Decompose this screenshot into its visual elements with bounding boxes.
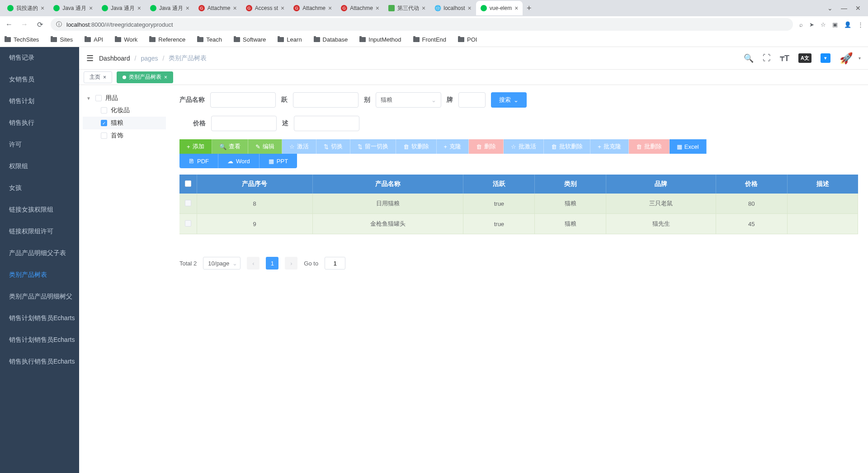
sidebar-item[interactable]: 许可 bbox=[0, 134, 79, 156]
page-1-button[interactable]: 1 bbox=[266, 257, 278, 270]
add-button[interactable]: +添加 bbox=[179, 139, 212, 154]
sidebar-item[interactable]: 权限组 bbox=[0, 156, 79, 177]
rocket-icon[interactable]: 🚀 bbox=[840, 52, 853, 65]
table-row[interactable]: 9金枪鱼猫罐头true猫粮猫先生45 bbox=[179, 214, 858, 234]
tree-checkbox[interactable] bbox=[101, 107, 107, 114]
sidebar-item[interactable]: 销售计划 bbox=[0, 90, 79, 112]
sidebar-item[interactable]: 产品产品明细父子表 bbox=[0, 242, 79, 264]
table-row[interactable]: 8日用猫粮true猫粮三只老鼠80 bbox=[179, 194, 858, 214]
clone-button[interactable]: +克隆 bbox=[437, 139, 469, 154]
bookmark-item[interactable]: Sites bbox=[51, 36, 73, 43]
browser-tab[interactable]: 我投递的× bbox=[3, 1, 49, 15]
key-icon[interactable]: ⌕ bbox=[799, 21, 803, 28]
tree-child[interactable]: ✓猫粮 bbox=[83, 117, 166, 129]
next-page-button[interactable]: › bbox=[285, 257, 297, 270]
browser-tab[interactable]: Java 通月× bbox=[49, 1, 97, 15]
soft-delete-button[interactable]: 🗑软删除 bbox=[396, 139, 437, 154]
close-tab-icon[interactable]: × bbox=[281, 5, 284, 12]
search-button[interactable]: 搜索 ⌄ bbox=[491, 92, 527, 108]
back-button[interactable]: ← bbox=[5, 20, 14, 28]
reload-button[interactable]: ⟳ bbox=[35, 20, 44, 29]
ppt-button[interactable]: ▦PPT bbox=[259, 154, 297, 168]
batch-active-button[interactable]: ☆批激活 bbox=[504, 139, 544, 154]
bookmark-item[interactable]: API bbox=[85, 36, 103, 43]
edit-button[interactable]: ✎编辑 bbox=[248, 139, 282, 154]
close-tab-icon[interactable]: × bbox=[422, 5, 425, 12]
close-tab-icon[interactable]: × bbox=[376, 5, 379, 12]
goto-input[interactable] bbox=[325, 257, 345, 270]
new-tab-button[interactable]: + bbox=[523, 4, 535, 13]
sidebar-item[interactable]: 类别产品产品明细树父 bbox=[0, 286, 79, 307]
bookmark-item[interactable]: Work bbox=[115, 36, 137, 43]
star-icon[interactable]: ☆ bbox=[821, 21, 826, 28]
browser-tab[interactable]: 第三代动× bbox=[384, 1, 430, 15]
active-button[interactable]: ☆激活 bbox=[282, 139, 316, 154]
row-checkbox[interactable] bbox=[185, 200, 191, 206]
close-tab-icon[interactable]: × bbox=[89, 5, 93, 12]
caret-down-icon[interactable]: ▾ bbox=[859, 56, 861, 61]
close-tab-icon[interactable]: × bbox=[514, 5, 518, 12]
pdf-button[interactable]: 🖹PDF bbox=[179, 154, 218, 168]
close-tab-icon[interactable]: × bbox=[468, 5, 472, 12]
sidebar-item[interactable]: 销售记录 bbox=[0, 47, 79, 69]
active-input[interactable] bbox=[293, 92, 359, 108]
browser-tab[interactable]: Java 通月× bbox=[97, 1, 146, 15]
font-size-icon[interactable]: ᴛT bbox=[780, 53, 789, 63]
bookmark-item[interactable]: Learn bbox=[278, 36, 302, 43]
close-tab-icon[interactable]: × bbox=[137, 5, 141, 12]
caret-down-icon[interactable]: ▼ bbox=[86, 96, 92, 101]
close-tab-icon[interactable]: × bbox=[233, 5, 237, 12]
sidebar-item[interactable]: 女孩 bbox=[0, 177, 79, 199]
search-icon[interactable]: 🔍 bbox=[744, 53, 754, 63]
bookmark-item[interactable]: TechSites bbox=[5, 36, 39, 43]
row-checkbox[interactable] bbox=[185, 220, 191, 227]
view-tab-current[interactable]: 类别产品树表 × bbox=[117, 71, 173, 83]
url-input[interactable]: ⓘ localhost:8000/#/treegridcategoryprodu… bbox=[51, 18, 793, 31]
close-window-icon[interactable]: ✕ bbox=[855, 5, 861, 12]
dropdown-badge[interactable]: ▾ bbox=[821, 53, 830, 63]
close-tab-icon[interactable]: × bbox=[164, 74, 167, 80]
category-select[interactable]: 猫粮 ⌄ bbox=[376, 92, 441, 108]
sidebar-item[interactable]: 链接权限组许可 bbox=[0, 221, 79, 242]
tree-root-checkbox[interactable] bbox=[95, 95, 102, 101]
send-icon[interactable]: ➤ bbox=[809, 21, 814, 28]
panel-icon[interactable]: ▣ bbox=[832, 21, 838, 28]
delete-button[interactable]: 🗑删除 bbox=[469, 139, 504, 154]
lang-switch[interactable]: A文 bbox=[798, 53, 811, 63]
tree-child[interactable]: 化妆品 bbox=[83, 106, 166, 114]
word-button[interactable]: ☁Word bbox=[218, 154, 259, 168]
sidebar-item[interactable]: 销售计划销售员Echarts bbox=[0, 307, 79, 329]
toggle-button[interactable]: ⇅切换 bbox=[316, 139, 350, 154]
bookmark-item[interactable]: POI bbox=[458, 36, 477, 43]
close-tab-icon[interactable]: × bbox=[328, 5, 332, 12]
excel-button[interactable]: ▦Excel bbox=[670, 139, 707, 154]
sidebar-item[interactable]: 销售执行 bbox=[0, 112, 79, 134]
batch-delete-button[interactable]: 🗑批删除 bbox=[629, 139, 670, 154]
close-tab-icon[interactable]: × bbox=[41, 5, 44, 12]
bookmark-item[interactable]: Database bbox=[314, 36, 348, 43]
sidebar-item[interactable]: 链接女孩权限组 bbox=[0, 199, 79, 221]
browser-tab[interactable]: GAttachme× bbox=[289, 1, 336, 15]
tree-checkbox[interactable]: ✓ bbox=[101, 120, 107, 126]
minimize-icon[interactable]: — bbox=[841, 5, 847, 12]
browser-tab[interactable]: GAttachme× bbox=[336, 1, 384, 15]
view-button[interactable]: 🔍查看 bbox=[212, 139, 248, 154]
tree-child[interactable]: 首饰 bbox=[83, 132, 166, 140]
browser-tab[interactable]: GAccess st× bbox=[241, 1, 289, 15]
menu-icon[interactable]: ⋮ bbox=[858, 21, 863, 28]
sidebar-item[interactable]: 女销售员 bbox=[0, 69, 79, 90]
product-name-input[interactable] bbox=[210, 92, 276, 108]
price-input[interactable] bbox=[211, 116, 277, 131]
close-tab-icon[interactable]: × bbox=[186, 5, 189, 12]
browser-tab[interactable]: 🌐localhost× bbox=[430, 1, 476, 15]
batch-clone-button[interactable]: +批克隆 bbox=[590, 139, 629, 154]
page-size-select[interactable]: 10/page ⌄ bbox=[203, 257, 241, 270]
batch-soft-delete-button[interactable]: 🗑批软删除 bbox=[544, 139, 590, 154]
breadcrumb-dashboard[interactable]: Dashboard bbox=[99, 55, 130, 62]
chevron-down-icon[interactable]: ⌄ bbox=[827, 5, 833, 12]
bookmark-item[interactable]: Reference bbox=[149, 36, 185, 43]
sidebar-item[interactable]: 销售计划销售员Echarts bbox=[0, 329, 79, 351]
prev-page-button[interactable]: ‹ bbox=[247, 257, 259, 270]
profile-icon[interactable]: 👤 bbox=[844, 21, 851, 28]
bookmark-item[interactable]: Software bbox=[234, 36, 266, 43]
